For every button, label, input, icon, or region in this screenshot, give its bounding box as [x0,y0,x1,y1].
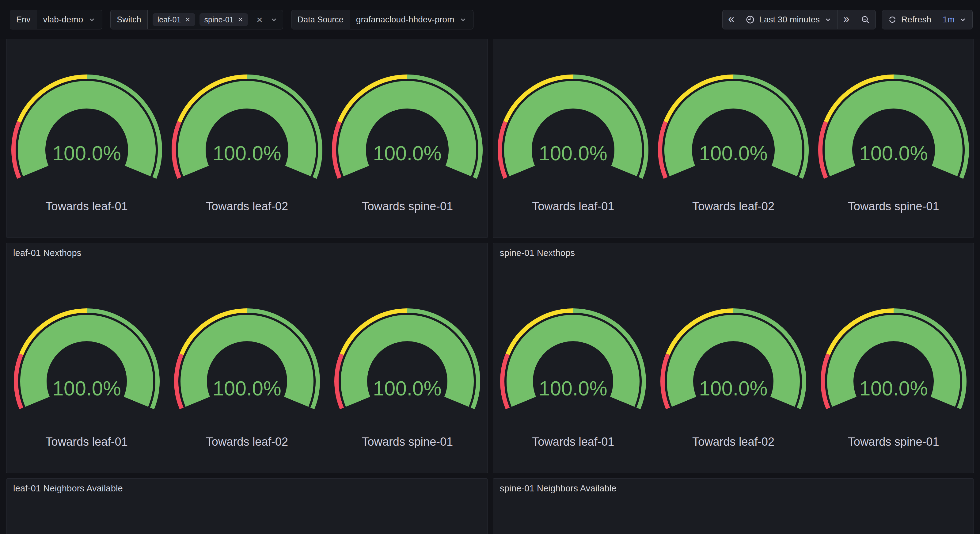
gauge-label: Towards leaf-01 [6,435,167,448]
time-range-label: Last 30 minutes [759,15,820,24]
gauge-value: 100.0% [373,377,442,400]
variable-datasource-value: grafanacloud-hhdev-prom [356,15,455,24]
gauge-value: 100.0% [539,142,608,164]
gauge-arc: 100.0% [496,74,650,182]
gauge-value: 100.0% [52,142,121,164]
gauge-value: 100.0% [539,377,608,400]
gauge: 100.0% Towards leaf-02 [167,243,327,473]
time-controls: « Last 30 minutes » [722,10,973,29]
variable-env-label: Env [10,10,37,29]
gauge-label: Towards leaf-02 [167,200,327,213]
panel-leaf01-nexthops: leaf-01 Nexthops 100.0% Towards leaf-01 … [6,243,488,473]
variable-switch-label: Switch [111,10,148,29]
panel-title: spine-01 Neighbors Available [500,483,617,494]
gauge-label: Towards leaf-01 [493,200,653,213]
variable-switch: Switch leaf-01 × spine-01 × × [110,10,283,29]
gauge: 100.0% Towards spine-01 [813,243,974,473]
refresh-interval-dropdown[interactable]: 1m [937,10,972,29]
switch-tag-text: spine-01 [204,15,234,24]
gauge-label: Towards leaf-02 [653,200,814,213]
gauge: 100.0% Towards leaf-01 [6,39,167,238]
gauge-arc: 100.0% [10,307,163,413]
gauge-label: Towards leaf-01 [493,435,653,448]
chevron-down-icon [270,16,278,24]
gauge: 100.0% Towards leaf-01 [493,243,653,473]
refresh-label: Refresh [901,15,931,24]
gauge-arc: 100.0% [331,74,484,182]
gauge-arc: 100.0% [817,74,970,182]
gauge-arc: 100.0% [817,307,970,413]
gauge-value: 100.0% [213,142,281,164]
time-picker-group: « Last 30 minutes » [722,10,876,29]
remove-tag-icon[interactable]: × [185,15,190,24]
panel-title: leaf-01 Neighbors Available [13,483,123,494]
gauge-value: 100.0% [699,142,768,164]
gauge-arc: 100.0% [170,307,324,413]
gauge: 100.0% Towards spine-01 [327,39,488,238]
gauge-row: 100.0% Towards leaf-01 100.0% Towards le… [6,243,488,473]
gauge-value: 100.0% [699,377,768,400]
gauge-value: 100.0% [52,377,121,400]
gauge: 100.0% Towards spine-01 [813,39,974,238]
chevron-down-icon [88,16,96,24]
gauge-arc: 100.0% [657,307,810,413]
gauge-value: 100.0% [859,377,928,400]
gauge-label: Towards leaf-02 [653,435,814,448]
double-chevron-right-icon: » [843,13,850,24]
gauge-arc: 100.0% [496,307,650,413]
double-chevron-left-icon: « [728,13,734,24]
variable-env: Env vlab-demo [10,10,102,29]
time-shift-back-button[interactable]: « [722,10,740,29]
zoom-out-icon [861,15,870,24]
chevron-down-icon [959,16,967,24]
variable-env-picker[interactable]: vlab-demo [37,10,102,29]
variable-datasource: Data Source grafanacloud-hhdev-prom [291,10,474,29]
gauge-value: 100.0% [373,142,442,164]
variable-datasource-label: Data Source [291,10,350,29]
panel-spine01-neighbors: spine-01 Neighbors Available [493,478,974,534]
gauge-value: 100.0% [213,377,281,400]
refresh-sync-icon [888,15,897,24]
gauge: 100.0% Towards spine-01 [327,243,488,473]
gauge-label: Towards spine-01 [327,200,488,213]
gauge-label: Towards spine-01 [813,435,974,448]
gauge-arc: 100.0% [657,74,810,182]
gauge: 100.0% Towards leaf-02 [653,243,814,473]
panel-spine01-nexthops: spine-01 Nexthops 100.0% Towards leaf-01… [493,243,974,473]
panel-leaf01-neighbors: leaf-01 Neighbors Available [6,478,488,534]
clock-icon [746,15,755,24]
chevron-down-icon [459,16,467,24]
refresh-group: Refresh 1m [882,10,973,29]
clear-selection-icon[interactable]: × [256,14,262,25]
gauge: 100.0% Towards leaf-02 [653,39,814,238]
gauge-label: Towards spine-01 [327,435,488,448]
switch-tag-text: leaf-01 [158,15,181,24]
gauge-arc: 100.0% [331,307,484,413]
switch-tag[interactable]: leaf-01 × [153,13,195,26]
refresh-interval-value: 1m [943,15,955,24]
gauge-row: 100.0% Towards leaf-01 100.0% Towards le… [6,39,488,238]
refresh-button[interactable]: Refresh [882,10,937,29]
time-shift-forward-button[interactable]: » [837,10,855,29]
time-range-picker-button[interactable]: Last 30 minutes [740,10,837,29]
variable-env-value: vlab-demo [43,15,83,24]
chevron-down-icon [824,16,832,24]
remove-tag-icon[interactable]: × [238,15,243,24]
gauge: 100.0% Towards leaf-01 [6,243,167,473]
switch-tag[interactable]: spine-01 × [199,13,248,26]
gauge-arc: 100.0% [170,74,324,182]
gauge: 100.0% Towards leaf-01 [493,39,653,238]
gauge-arc: 100.0% [10,74,163,182]
gauge-label: Towards leaf-02 [167,435,327,448]
gauge-label: Towards leaf-01 [6,200,167,213]
panel-gauges-spine01: 100.0% Towards leaf-01 100.0% Towards le… [493,39,974,238]
dashboard-toolbar: Env vlab-demo Switch leaf-01 × spine-01 … [0,0,980,39]
variable-switch-picker[interactable]: leaf-01 × spine-01 × × [148,10,283,29]
gauge-row: 100.0% Towards leaf-01 100.0% Towards le… [493,243,974,473]
variable-datasource-picker[interactable]: grafanacloud-hhdev-prom [350,10,474,29]
zoom-out-button[interactable] [855,10,875,29]
gauge-label: Towards spine-01 [813,200,974,213]
gauge: 100.0% Towards leaf-02 [167,39,327,238]
gauge-value: 100.0% [859,142,928,164]
gauge-row: 100.0% Towards leaf-01 100.0% Towards le… [493,39,974,238]
